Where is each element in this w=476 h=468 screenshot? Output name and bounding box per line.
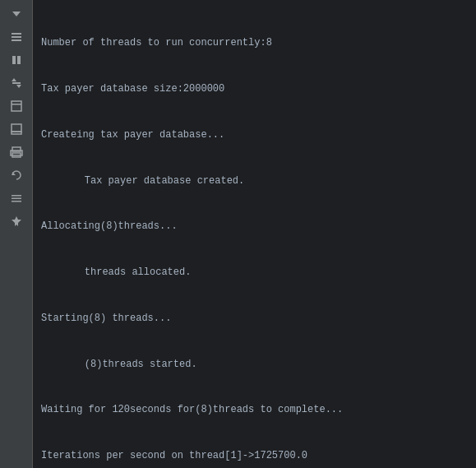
terminal-line-2: Createing tax payer database... <box>41 127 468 143</box>
terminal-line-8: Waiting for 120seconds for(8)threads to … <box>41 402 468 418</box>
svg-rect-19 <box>12 201 21 202</box>
svg-marker-6 <box>12 78 16 81</box>
menu-icon[interactable] <box>6 188 27 209</box>
svg-rect-4 <box>12 56 16 64</box>
terminal-line-5: threads allocated. <box>41 265 468 280</box>
svg-rect-8 <box>12 82 21 84</box>
svg-rect-12 <box>12 132 21 134</box>
terminal-line-3: Tax payer database created. <box>41 174 468 189</box>
terminal-line-9: Iterations per second on thread[1]->1725… <box>41 448 468 464</box>
svg-rect-11 <box>12 124 21 132</box>
window-icon[interactable] <box>6 95 27 117</box>
down-arrow-icon[interactable] <box>6 3 27 25</box>
terminal-line-0: Number of threads to run concurrently:8 <box>41 35 468 51</box>
print-icon[interactable] <box>6 141 27 163</box>
svg-marker-0 <box>12 12 21 16</box>
svg-rect-3 <box>12 39 21 41</box>
svg-marker-7 <box>16 85 21 88</box>
undo-icon[interactable] <box>6 164 27 186</box>
list-lines-icon[interactable] <box>6 26 27 48</box>
terminal-line-6: Starting(8) threads... <box>41 311 468 327</box>
svg-rect-10 <box>12 104 21 105</box>
svg-rect-18 <box>12 198 21 200</box>
pause-icon[interactable] <box>6 49 27 71</box>
svg-rect-9 <box>12 101 21 111</box>
pin-icon[interactable] <box>6 211 27 232</box>
svg-rect-1 <box>12 33 21 35</box>
terminal-line-7: (8)threads started. <box>41 357 468 373</box>
svg-rect-5 <box>17 56 21 64</box>
terminal-output[interactable]: Number of threads to run concurrently:8 … <box>33 0 476 468</box>
svg-rect-17 <box>12 195 21 197</box>
sort-icon[interactable] <box>6 72 27 94</box>
terminal-panel: Number of threads to run concurrently:8 … <box>33 0 476 468</box>
layers-icon[interactable] <box>6 118 27 140</box>
terminal-line-1: Tax payer database size:2000000 <box>41 81 468 97</box>
sidebar <box>0 0 33 468</box>
svg-rect-2 <box>12 36 21 38</box>
terminal-line-4: Allocating(8)threads... <box>41 219 468 234</box>
